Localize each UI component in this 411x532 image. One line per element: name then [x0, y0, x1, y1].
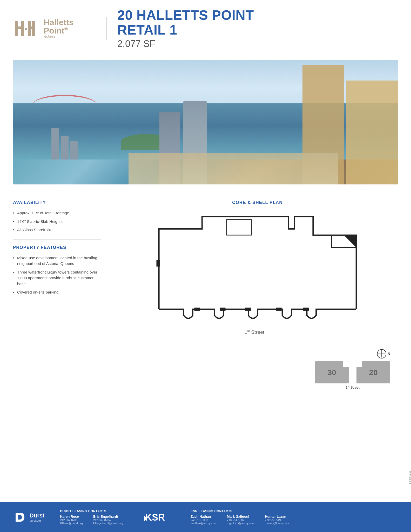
ksr-person-2: Mark Gallucci 718.551.5387 mgallucci@ksr… — [227, 515, 254, 525]
svg-rect-10 — [220, 308, 225, 311]
availability-title: AVAILABILITY — [13, 200, 101, 205]
svg-rect-11 — [245, 308, 251, 311]
svg-rect-13 — [303, 308, 308, 311]
svg-marker-15 — [344, 235, 356, 248]
block-30: 30 — [315, 361, 349, 383]
block-20: 20 — [356, 361, 390, 383]
retail-label: RETAIL 1 — [117, 23, 254, 37]
ksr-person-1-email: znathan@ksrny.com — [191, 522, 217, 525]
durst-person-2: Eric Engelhardt 212.667.8704 EEngelhardt… — [93, 515, 123, 525]
floor-plan-title: CORE & SHELL PLAN — [232, 200, 282, 205]
svg-rect-20 — [13, 510, 27, 524]
svg-text:KSR: KSR — [145, 512, 165, 523]
ksr-logo: KSR — [139, 511, 175, 524]
ksr-person-2-name: Mark Gallucci — [227, 515, 254, 518]
doc-id: 2025-07-13 — [408, 470, 411, 484]
svg-rect-9 — [194, 308, 200, 311]
ksr-contacts: KSR LEASING CONTACTS Zach Nathan 240.731… — [191, 509, 289, 525]
svg-text:1st Street: 1st Street — [245, 329, 265, 335]
block-20-container: 20 — [356, 361, 390, 383]
durst-person-2-name: Eric Engelhardt — [93, 515, 123, 518]
property-title: 20 HALLETTS POINT — [117, 8, 254, 23]
block-diagram: 30 20 1st Street — [315, 361, 390, 389]
svg-rect-8 — [227, 220, 251, 235]
blocks-row: 30 20 — [315, 361, 390, 383]
durst-people: Karen Rose 212.667.8705 KRose@durst.org … — [60, 515, 123, 525]
sitemap-area: N 30 — [117, 349, 398, 389]
svg-rect-12 — [276, 308, 281, 311]
left-column: AVAILABILITY Approx. 115' of Total Front… — [13, 200, 101, 389]
building-small-3 — [70, 141, 78, 159]
right-column: CORE & SHELL PLAN — [117, 200, 398, 389]
ksr-person-2-email: mgallucci@ksrny.com — [227, 522, 254, 525]
svg-rect-5 — [32, 21, 35, 36]
logo-area: Halletts Point® Astoria — [13, 18, 96, 39]
block-30-container: 30 — [315, 361, 349, 383]
durst-url: durst.org — [30, 519, 44, 522]
north-label: N — [388, 352, 390, 356]
feature-item-1: Mixed-use development located in the bus… — [13, 254, 101, 268]
feature-item-3: Covered on-site parking — [13, 288, 101, 297]
logo-astoria: Astoria — [44, 35, 74, 39]
durst-name: Durst — [30, 512, 44, 519]
durst-person-1-phone: 212.667.8705 — [60, 518, 83, 522]
ksr-person-3-name: Hunter Lazan — [265, 515, 289, 518]
ksr-person-1-name: Zach Nathan — [191, 515, 217, 518]
ksr-person-3-phone: 772.559.5195 — [265, 518, 289, 522]
block-20-notch — [356, 361, 362, 367]
svg-point-6 — [25, 28, 27, 30]
footer: Durst durst.org DURST LEASING CONTACTS K… — [0, 502, 411, 532]
availability-list: Approx. 115' of Total Frontage 14'6" Sla… — [13, 209, 101, 234]
size-label: 2,077 SF — [117, 38, 254, 49]
floor-plan: 1st Street — [134, 210, 381, 341]
section-divider — [13, 240, 101, 240]
halletts-point-logo-icon — [13, 18, 39, 39]
ksr-person-1: Zach Nathan 240.731.8333 znathan@ksrny.c… — [191, 515, 217, 525]
header-divider — [106, 17, 107, 40]
block-30-label: 30 — [327, 368, 336, 377]
hero-image — [13, 60, 398, 184]
availability-item-3: All-Glass Storefront — [13, 226, 101, 234]
durst-person-2-email: EEngelhardt@durst.org — [93, 522, 123, 525]
logo-text: Halletts Point® Astoria — [44, 18, 74, 39]
building-small-1 — [51, 128, 59, 159]
property-features-list: Mixed-use development located in the bus… — [13, 254, 101, 297]
block-30-notch — [343, 361, 349, 367]
durst-logo: Durst durst.org — [13, 510, 44, 524]
ksr-contacts-title: KSR LEASING CONTACTS — [191, 509, 289, 513]
ksr-people: Zach Nathan 240.731.8333 znathan@ksrny.c… — [191, 515, 289, 525]
durst-person-2-phone: 212.667.8704 — [93, 518, 123, 522]
durst-contacts: DURST LEASING CONTACTS Karen Rose 212.66… — [60, 509, 123, 525]
property-features-title: PROPERTY FEATURES — [13, 245, 101, 250]
hero-ground-buildings — [129, 153, 338, 184]
header: Halletts Point® Astoria 20 HALLETTS POIN… — [0, 0, 411, 55]
north-indicator: N — [377, 349, 390, 359]
availability-item-1: Approx. 115' of Total Frontage — [13, 209, 101, 217]
durst-person-1-name: Karen Rose — [60, 515, 83, 518]
feature-item-2: Three waterfront luxury towers containin… — [13, 268, 101, 288]
ksr-person-1-phone: 240.731.8333 — [191, 518, 217, 522]
header-title: 20 HALLETTS POINT RETAIL 1 2,077 SF — [117, 8, 254, 49]
durst-person-1: Karen Rose 212.667.8705 KRose@durst.org — [60, 515, 83, 525]
durst-person-1-email: KRose@durst.org — [60, 522, 83, 525]
ksr-person-3: Hunter Lazan 772.559.5195 hlazan@ksrny.c… — [265, 515, 289, 525]
durst-contacts-title: DURST LEASING CONTACTS — [60, 509, 123, 513]
hero-bridge — [32, 95, 97, 116]
durst-text: Durst durst.org — [30, 512, 44, 522]
block-20-label: 20 — [369, 368, 378, 377]
svg-rect-2 — [21, 21, 24, 36]
availability-item-2: 14'6" Slab-to-Slab Heights — [13, 217, 101, 226]
content-area: AVAILABILITY Approx. 115' of Total Front… — [0, 190, 411, 395]
sitemap-street-label: 1st Street — [346, 385, 359, 389]
ksr-person-3-email: hlazan@ksrny.com — [265, 522, 289, 525]
ksr-person-2-phone: 718.551.5387 — [227, 518, 254, 522]
logo-name: Halletts Point® — [44, 18, 74, 35]
hero-buildings-left — [51, 128, 78, 159]
building-small-2 — [61, 136, 69, 159]
tower-right-2 — [346, 81, 398, 184]
svg-rect-14 — [156, 260, 160, 267]
